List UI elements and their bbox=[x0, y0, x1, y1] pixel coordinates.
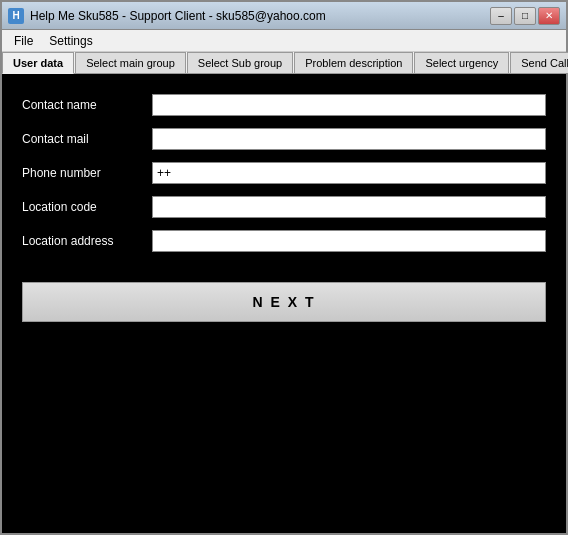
menu-bar: File Settings bbox=[2, 30, 566, 52]
form-section: Contact name Contact mail Phone number L… bbox=[22, 94, 546, 252]
next-button-container: N E X T bbox=[22, 282, 546, 322]
input-contact-name[interactable] bbox=[152, 94, 546, 116]
form-row-contact-mail: Contact mail bbox=[22, 128, 546, 150]
close-button[interactable]: ✕ bbox=[538, 7, 560, 25]
label-contact-mail: Contact mail bbox=[22, 132, 142, 146]
form-row-location-code: Location code bbox=[22, 196, 546, 218]
form-row-contact-name: Contact name bbox=[22, 94, 546, 116]
main-window: H Help Me Sku585 - Support Client - sku5… bbox=[0, 0, 568, 535]
tabs-bar: User data Select main group Select Sub g… bbox=[2, 52, 566, 74]
tab-select-main-group[interactable]: Select main group bbox=[75, 52, 186, 73]
form-row-location-address: Location address bbox=[22, 230, 546, 252]
next-button[interactable]: N E X T bbox=[22, 282, 546, 322]
title-bar-buttons: – □ ✕ bbox=[490, 7, 560, 25]
input-phone-number[interactable] bbox=[152, 162, 546, 184]
app-icon: H bbox=[8, 8, 24, 24]
tab-send-call[interactable]: Send Call bbox=[510, 52, 568, 73]
label-phone-number: Phone number bbox=[22, 166, 142, 180]
form-row-phone-number: Phone number bbox=[22, 162, 546, 184]
input-location-address[interactable] bbox=[152, 230, 546, 252]
tab-select-urgency[interactable]: Select urgency bbox=[414, 52, 509, 73]
minimize-button[interactable]: – bbox=[490, 7, 512, 25]
main-content: Contact name Contact mail Phone number L… bbox=[2, 74, 566, 533]
label-location-code: Location code bbox=[22, 200, 142, 214]
maximize-button[interactable]: □ bbox=[514, 7, 536, 25]
input-contact-mail[interactable] bbox=[152, 128, 546, 150]
title-bar: H Help Me Sku585 - Support Client - sku5… bbox=[2, 2, 566, 30]
tab-select-sub-group[interactable]: Select Sub group bbox=[187, 52, 293, 73]
tab-problem-description[interactable]: Problem description bbox=[294, 52, 413, 73]
window-title: Help Me Sku585 - Support Client - sku585… bbox=[30, 9, 326, 23]
input-location-code[interactable] bbox=[152, 196, 546, 218]
label-contact-name: Contact name bbox=[22, 98, 142, 112]
title-bar-left: H Help Me Sku585 - Support Client - sku5… bbox=[8, 8, 326, 24]
menu-settings[interactable]: Settings bbox=[41, 32, 100, 50]
menu-file[interactable]: File bbox=[6, 32, 41, 50]
tab-user-data[interactable]: User data bbox=[2, 52, 74, 74]
label-location-address: Location address bbox=[22, 234, 142, 248]
